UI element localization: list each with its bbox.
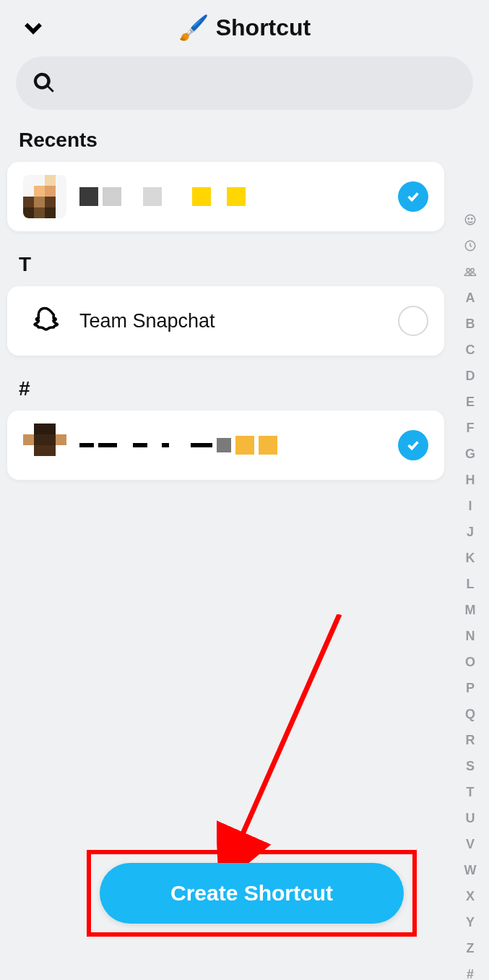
index-letter[interactable]: L <box>460 571 480 597</box>
search-input[interactable] <box>66 72 457 95</box>
index-letter[interactable]: Y <box>460 909 480 935</box>
contact-row-recent[interactable] <box>7 162 444 231</box>
index-letter[interactable]: A <box>460 285 480 311</box>
index-letter[interactable]: E <box>460 389 480 415</box>
index-emoji-icon[interactable] <box>460 207 480 233</box>
selection-toggle[interactable] <box>398 306 428 336</box>
index-letter[interactable]: F <box>460 415 480 441</box>
svg-line-6 <box>231 614 339 860</box>
index-letter[interactable]: B <box>460 311 480 337</box>
index-letter[interactable]: H <box>460 467 480 493</box>
index-letter[interactable]: O <box>460 649 480 675</box>
index-letter[interactable]: # <box>460 961 480 980</box>
alphabet-index[interactable]: A B C D E F G H I J K L M N O P Q R S T … <box>460 207 480 980</box>
index-letter[interactable]: V <box>460 831 480 857</box>
collapse-chevron[interactable] <box>19 13 48 42</box>
contact-name-redacted <box>79 187 398 206</box>
check-icon <box>405 437 421 453</box>
cta-label: Create Shortcut <box>170 881 333 906</box>
selection-toggle[interactable] <box>398 430 428 460</box>
section-header-recents: Recents <box>0 123 489 162</box>
chevron-down-icon <box>21 15 46 40</box>
index-letter[interactable]: K <box>460 545 480 571</box>
search-bar[interactable] <box>16 56 473 110</box>
section-header-t: T <box>0 247 489 286</box>
contact-row-hash[interactable] <box>7 411 444 480</box>
contact-name-redacted <box>79 436 398 455</box>
index-letter[interactable]: N <box>460 623 480 649</box>
index-letter[interactable]: J <box>460 519 480 545</box>
avatar <box>23 299 66 343</box>
index-letter[interactable]: S <box>460 753 480 779</box>
index-letter[interactable]: P <box>460 675 480 701</box>
index-letter[interactable]: G <box>460 441 480 467</box>
search-icon <box>32 71 56 95</box>
contact-name: Team Snapchat <box>79 310 398 332</box>
index-letter[interactable]: C <box>460 337 480 363</box>
annotation-arrow <box>217 614 361 874</box>
index-letter[interactable]: I <box>460 493 480 519</box>
annotation-highlight-box: Create Shortcut <box>87 850 417 937</box>
svg-point-5 <box>471 269 475 272</box>
ghost-icon <box>30 306 60 336</box>
index-clock-icon[interactable] <box>460 233 480 259</box>
svg-point-0 <box>465 215 475 225</box>
svg-point-2 <box>472 218 473 220</box>
index-letter[interactable]: M <box>460 597 480 623</box>
title-text: Shortcut <box>216 14 311 41</box>
index-letter[interactable]: R <box>460 727 480 753</box>
selection-toggle[interactable] <box>398 181 428 212</box>
avatar <box>23 424 66 467</box>
index-letter[interactable]: Z <box>460 935 480 961</box>
section-header-hash: # <box>0 371 489 411</box>
page-title: 🖌️ Shortcut <box>0 13 489 42</box>
index-letter[interactable]: W <box>460 857 480 883</box>
index-letter[interactable]: U <box>460 805 480 831</box>
contact-row-team-snapchat[interactable]: Team Snapchat <box>7 286 444 356</box>
create-shortcut-button[interactable]: Create Shortcut <box>100 863 404 924</box>
header: 🖌️ Shortcut <box>0 0 489 49</box>
check-icon <box>405 189 421 205</box>
index-letter[interactable]: T <box>460 779 480 805</box>
paintbrush-icon: 🖌️ <box>178 13 209 42</box>
index-letter[interactable]: X <box>460 883 480 909</box>
search-container <box>0 49 489 123</box>
index-letter[interactable]: Q <box>460 701 480 727</box>
svg-point-4 <box>467 269 470 272</box>
index-group-icon[interactable] <box>460 259 480 285</box>
index-letter[interactable]: D <box>460 363 480 389</box>
avatar <box>23 175 66 218</box>
svg-point-1 <box>468 218 469 220</box>
